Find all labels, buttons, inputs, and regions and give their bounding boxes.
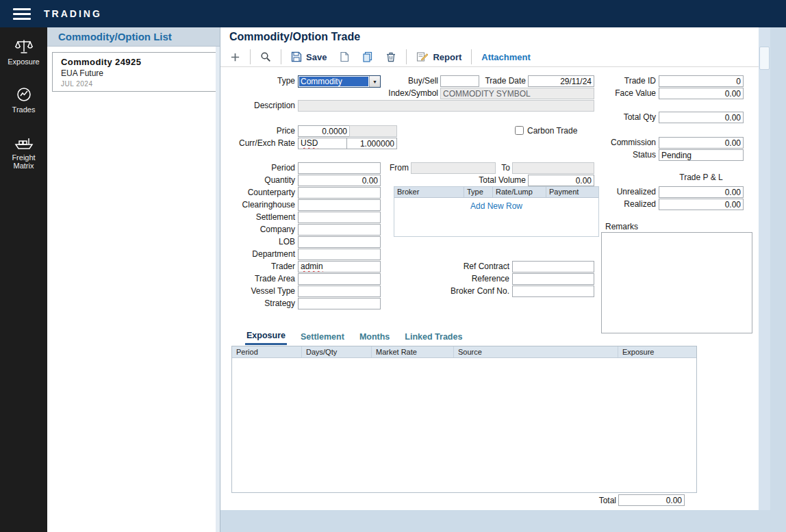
trader-input[interactable]: admin bbox=[298, 261, 381, 273]
vessel-type-input[interactable] bbox=[298, 286, 381, 297]
commission-input[interactable] bbox=[659, 137, 744, 149]
department-input[interactable] bbox=[298, 249, 381, 260]
search-icon bbox=[260, 51, 271, 62]
trader-value: admin bbox=[301, 262, 323, 271]
face-value-input[interactable] bbox=[659, 88, 744, 99]
search-button[interactable] bbox=[257, 50, 274, 64]
carbon-trade-label: Carbon Trade bbox=[527, 125, 577, 137]
price-input[interactable] bbox=[298, 125, 350, 137]
counterparty-label: Counterparty bbox=[223, 187, 295, 199]
add-button[interactable] bbox=[227, 51, 243, 64]
total-qty-input[interactable] bbox=[659, 112, 744, 123]
market-rate-column-header: Market Rate bbox=[372, 346, 454, 357]
trade-area-input[interactable] bbox=[298, 273, 381, 285]
realized-input[interactable] bbox=[659, 199, 744, 210]
to-input bbox=[512, 162, 594, 174]
page-title: Commodity/Option Trade bbox=[229, 31, 360, 43]
type-selected-value: Commodity bbox=[299, 77, 368, 86]
plus-icon bbox=[230, 52, 240, 62]
sidebar: Exposure Trades Freight Matrix bbox=[0, 27, 47, 532]
attachment-button[interactable]: Attachment bbox=[479, 51, 533, 64]
list-panel: Commodity/Option List Commodity 24925 EU… bbox=[47, 27, 220, 532]
save-icon bbox=[291, 51, 302, 62]
curr-exch-rate-label: Curr/Exch Rate bbox=[223, 138, 295, 149]
main-scrollbar[interactable] bbox=[759, 27, 770, 510]
exposure-column-header: Exposure bbox=[618, 346, 696, 357]
status-label: Status bbox=[574, 149, 656, 161]
sidebar-item-label: Exposure bbox=[0, 58, 47, 66]
lob-label: LOB bbox=[223, 236, 295, 248]
settlement-label: Settlement bbox=[223, 212, 295, 223]
clearinghouse-input[interactable] bbox=[298, 199, 381, 211]
list-item[interactable]: Commodity 24925 EUA Future JUL 2024 bbox=[52, 52, 216, 92]
rate-lump-column-header: Rate/Lump bbox=[493, 187, 546, 197]
description-input bbox=[298, 100, 594, 112]
sidebar-item-exposure[interactable]: Exposure bbox=[0, 38, 47, 66]
lob-input[interactable] bbox=[298, 236, 381, 248]
exch-rate-input[interactable] bbox=[346, 138, 397, 149]
toolbar-separator bbox=[281, 49, 281, 64]
copy-button[interactable] bbox=[359, 50, 376, 64]
sidebar-item-freight-matrix[interactable]: Freight Matrix bbox=[0, 136, 47, 170]
total-volume-input[interactable] bbox=[528, 175, 594, 186]
days-qty-column-header: Days/Qty bbox=[302, 346, 372, 357]
tab-linked-trades[interactable]: Linked Trades bbox=[403, 331, 464, 345]
counterparty-input[interactable] bbox=[298, 187, 381, 199]
trash-icon bbox=[385, 51, 396, 62]
trade-area-label: Trade Area bbox=[223, 273, 295, 285]
description-label: Description bbox=[223, 100, 295, 112]
report-button[interactable]: Report bbox=[414, 50, 464, 64]
add-new-row-link[interactable]: Add New Row bbox=[470, 201, 522, 211]
broker-conf-no-label: Broker Conf No. bbox=[441, 286, 509, 297]
source-column-header: Source bbox=[454, 346, 618, 357]
currency-input[interactable]: USD bbox=[298, 138, 347, 149]
broker-conf-no-input[interactable] bbox=[512, 286, 594, 297]
to-label: To bbox=[455, 162, 510, 174]
sidebar-item-trades[interactable]: Trades bbox=[0, 86, 47, 114]
quantity-input[interactable] bbox=[298, 175, 381, 186]
total-input[interactable] bbox=[618, 494, 685, 506]
scales-icon bbox=[14, 38, 34, 55]
status-input[interactable] bbox=[659, 149, 744, 161]
tab-months[interactable]: Months bbox=[358, 331, 391, 345]
unrealized-input[interactable] bbox=[659, 186, 744, 198]
trade-panel: Commodity/Option Trade Save bbox=[220, 27, 759, 510]
exposure-table: Period Days/Qty Market Rate Source Expos… bbox=[231, 346, 697, 493]
currency-value: USD bbox=[301, 138, 318, 148]
menu-icon[interactable] bbox=[13, 8, 31, 20]
new-document-button[interactable] bbox=[336, 50, 353, 64]
company-input[interactable] bbox=[298, 224, 381, 236]
copy-icon bbox=[362, 51, 373, 62]
trade-pl-heading: Trade P & L bbox=[659, 173, 744, 182]
quantity-label: Quantity bbox=[223, 175, 295, 186]
reference-input[interactable] bbox=[512, 273, 594, 285]
list-item-title: Commodity 24925 bbox=[61, 57, 216, 67]
ship-icon bbox=[14, 136, 34, 151]
attachment-label: Attachment bbox=[481, 52, 531, 62]
index-symbol-input bbox=[440, 88, 594, 99]
list-panel-title: Commodity/Option List bbox=[47, 27, 220, 47]
price-secondary-input bbox=[349, 125, 397, 137]
company-label: Company bbox=[223, 224, 295, 236]
realized-label: Realized bbox=[574, 199, 656, 210]
broker-table-body: Add New Row bbox=[394, 198, 598, 236]
strategy-input[interactable] bbox=[298, 298, 381, 309]
save-button[interactable]: Save bbox=[288, 50, 329, 64]
trader-label: Trader bbox=[223, 261, 295, 273]
carbon-trade-checkbox[interactable] bbox=[515, 126, 524, 135]
tab-exposure[interactable]: Exposure bbox=[245, 331, 287, 345]
trade-id-input[interactable] bbox=[659, 75, 744, 87]
total-qty-label: Total Qty bbox=[574, 112, 656, 123]
total-label: Total bbox=[548, 495, 616, 507]
trade-date-label: Trade Date bbox=[457, 75, 526, 87]
type-select[interactable]: Commodity ▼ bbox=[298, 75, 381, 88]
main-scrollbar-thumb[interactable] bbox=[759, 47, 770, 70]
remarks-textarea[interactable] bbox=[601, 232, 752, 333]
list-scrollbar[interactable] bbox=[216, 47, 220, 532]
tab-settlement[interactable]: Settlement bbox=[299, 331, 346, 345]
delete-button[interactable] bbox=[383, 50, 399, 64]
settlement-input[interactable] bbox=[298, 212, 381, 223]
trade-id-label: Trade ID bbox=[574, 75, 656, 87]
ref-contract-input[interactable] bbox=[512, 261, 594, 273]
department-label: Department bbox=[223, 249, 295, 260]
